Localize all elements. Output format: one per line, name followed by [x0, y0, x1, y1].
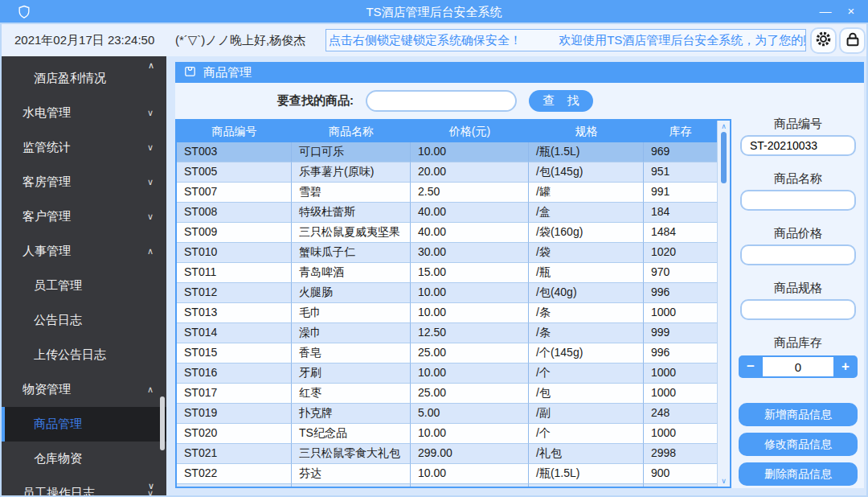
- table-row-ST019[interactable]: ST019扑克牌5.00/副248: [177, 404, 717, 424]
- table-row-ST023[interactable]: ST023拉菲1000.00/瓶998: [177, 484, 717, 488]
- table-cell: /袋(160g): [529, 223, 644, 243]
- field-input-0[interactable]: [740, 135, 856, 156]
- table-row-ST010[interactable]: ST010蟹味瓜子仁30.00/袋1020: [177, 243, 717, 263]
- search-input[interactable]: [366, 90, 517, 112]
- table-row-ST003[interactable]: ST003可口可乐10.00/瓶(1.5L)969: [177, 142, 717, 162]
- table-cell: 248: [644, 404, 717, 424]
- sidebar-item-12[interactable]: 员工操作日志∨: [2, 476, 166, 495]
- table-cell: ST022: [177, 464, 292, 484]
- table-cell: 10.00: [411, 424, 529, 444]
- table-row-ST015[interactable]: ST015香皂25.00/个(145g)996: [177, 343, 717, 364]
- table-row-ST005[interactable]: ST005乐事薯片(原味)20.00/包(145g)951: [177, 162, 717, 183]
- sidebar-item-8[interactable]: 上传公告日志: [2, 338, 166, 372]
- table-row-ST012[interactable]: ST012火腿肠10.00/包(40g)996: [177, 283, 717, 303]
- table-cell: 25.00: [411, 343, 529, 364]
- field-input-1[interactable]: [740, 190, 856, 211]
- stock-group: 商品库存 − 0 +: [738, 335, 858, 378]
- sidebar-scroll-down-icon[interactable]: ∨: [148, 481, 154, 491]
- sidebar-item-label: 上传公告日志: [34, 347, 106, 363]
- stepper-value[interactable]: 0: [763, 355, 833, 378]
- column-header-2[interactable]: 价格(元): [411, 121, 529, 142]
- table-cell: /条: [529, 323, 644, 343]
- table-cell: 951: [644, 162, 717, 183]
- sidebar-scroll-up-icon[interactable]: ∧: [148, 60, 154, 71]
- table-cell: 乐事薯片(原味): [292, 162, 411, 183]
- table-scrollbar[interactable]: ∧ ∨: [717, 121, 730, 487]
- sidebar-menu: 酒店盈利情况水电管理∨监管统计∨客房管理∨客户管理∨人事管理∧员工管理公告日志上…: [2, 61, 166, 495]
- column-header-3[interactable]: 规格: [529, 121, 644, 142]
- table-cell: 991: [644, 183, 717, 203]
- table-cell: 1000: [644, 303, 717, 323]
- field-input-2[interactable]: [740, 244, 856, 265]
- form-buttons: 新增商品信息修改商品信息删除商品信息: [738, 403, 858, 486]
- table-cell: 969: [644, 142, 717, 162]
- table-cell: 15.00: [411, 263, 529, 283]
- table-cell: 三只松鼠零食大礼包: [292, 444, 411, 464]
- table-cell: TS纪念品: [292, 424, 411, 444]
- table-cell: 1000: [644, 384, 717, 404]
- table-cell: 10.00: [411, 303, 529, 323]
- table-cell: 10.00: [411, 364, 529, 384]
- sidebar-item-11[interactable]: 仓库物资: [2, 442, 166, 476]
- table-row-ST016[interactable]: ST016牙刷10.00/个1000: [177, 364, 717, 384]
- sidebar-item-label: 物资管理: [23, 382, 71, 397]
- column-header-4[interactable]: 库存: [644, 121, 717, 142]
- table-row-ST009[interactable]: ST009三只松鼠夏威夷坚果40.00/袋(160g)1484: [177, 223, 717, 243]
- sidebar-item-label: 水电管理: [23, 105, 71, 121]
- table-cell: 12.50: [411, 323, 529, 343]
- scroll-up-icon[interactable]: ∧: [718, 122, 730, 130]
- table-cell: ST007: [177, 183, 292, 203]
- table-cell: ST016: [177, 364, 292, 384]
- table-scrollbar-thumb[interactable]: [721, 132, 727, 183]
- sidebar-item-4[interactable]: 客户管理∨: [2, 199, 166, 234]
- sidebar-item-label: 商品管理: [34, 417, 82, 432]
- stepper-plus-button[interactable]: +: [833, 355, 858, 378]
- sidebar-item-10[interactable]: 商品管理: [2, 407, 166, 442]
- notice-marquee: 点击右侧锁定键锁定系统确保安全！ 欢迎使用TS酒店管理后台安全系统，为了您的账号…: [326, 29, 806, 51]
- sidebar-item-9[interactable]: 物资管理∧: [2, 372, 166, 407]
- table-cell: 996: [644, 343, 717, 364]
- stepper-minus-button[interactable]: −: [739, 355, 763, 378]
- form-fields: 商品编号商品名称商品价格商品规格: [738, 117, 858, 320]
- field-input-3[interactable]: [740, 299, 856, 320]
- table-cell: /罐: [529, 183, 644, 203]
- sidebar-item-1[interactable]: 水电管理∨: [2, 96, 166, 130]
- sidebar-item-7[interactable]: 公告日志: [2, 303, 166, 338]
- table-cell: /包(145g): [529, 162, 644, 183]
- sidebar-item-0[interactable]: 酒店盈利情况: [2, 61, 166, 96]
- minimize-button[interactable]: —: [815, 0, 836, 24]
- table-cell: 30.00: [411, 243, 529, 263]
- sidebar-item-label: 监管统计: [23, 140, 71, 155]
- column-header-1[interactable]: 商品名称: [292, 121, 411, 142]
- table-row-ST020[interactable]: ST020TS纪念品10.00/个1000: [177, 424, 717, 444]
- table-cell: ST021: [177, 444, 292, 464]
- action-button-2[interactable]: 删除商品信息: [739, 462, 858, 486]
- field-label-3: 商品规格: [738, 281, 858, 294]
- lock-button[interactable]: [839, 27, 866, 54]
- sidebar-item-6[interactable]: 员工管理: [2, 269, 166, 303]
- column-header-0[interactable]: 商品编号: [177, 121, 292, 142]
- table-row-ST008[interactable]: ST008特级杜蕾斯40.00/盒184: [177, 203, 717, 223]
- table-row-ST017[interactable]: ST017红枣25.00/包1000: [177, 384, 717, 404]
- sidebar-item-3[interactable]: 客房管理∨: [2, 165, 166, 199]
- action-button-0[interactable]: 新增商品信息: [739, 403, 858, 426]
- settings-button[interactable]: [810, 27, 837, 54]
- table-cell: 2998: [644, 444, 717, 464]
- table-row-ST022[interactable]: ST022芬达10.00/瓶(1.5L)900: [177, 464, 717, 484]
- table-row-ST021[interactable]: ST021三只松鼠零食大礼包299.00/礼包2998: [177, 444, 717, 464]
- close-button[interactable]: ×: [841, 0, 862, 24]
- table-row-ST011[interactable]: ST011青岛啤酒15.00/瓶970: [177, 263, 717, 283]
- action-button-1[interactable]: 修改商品信息: [739, 433, 858, 456]
- table-row-ST007[interactable]: ST007雪碧2.50/罐991: [177, 183, 717, 203]
- sidebar-item-5[interactable]: 人事管理∧: [2, 234, 166, 269]
- sidebar-item-2[interactable]: 监管统计∨: [2, 130, 166, 165]
- table-cell: 蟹味瓜子仁: [292, 243, 411, 263]
- table-cell: 火腿肠: [292, 283, 411, 303]
- table-cell: 970: [644, 263, 717, 283]
- table-row-ST014[interactable]: ST014澡巾12.50/条999: [177, 323, 717, 343]
- search-button[interactable]: 查 找: [529, 90, 593, 112]
- table-row-ST013[interactable]: ST013毛巾10.00/条1000: [177, 303, 717, 323]
- sidebar-scrollbar-thumb[interactable]: [160, 396, 165, 450]
- scroll-down-icon[interactable]: ∨: [718, 477, 730, 485]
- table-cell: 拉菲: [292, 484, 411, 488]
